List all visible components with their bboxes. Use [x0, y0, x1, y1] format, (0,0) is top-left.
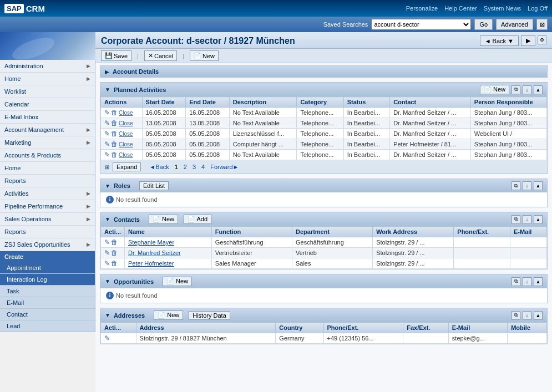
- page-4[interactable]: 4: [200, 164, 206, 170]
- advanced-button[interactable]: Advanced: [496, 19, 533, 30]
- sidebar-create-appointment[interactable]: Appointment: [0, 262, 95, 274]
- page-1[interactable]: 1: [173, 164, 180, 170]
- sidebar-item-home[interactable]: Home ▶: [0, 73, 95, 85]
- collapse-icon[interactable]: ▼: [105, 278, 110, 284]
- sidebar-item-marketing[interactable]: Marketing ▶: [0, 136, 95, 149]
- close-label[interactable]: Close: [119, 152, 133, 158]
- new-button[interactable]: 📄 New: [190, 50, 219, 61]
- edit-icon[interactable]: ✎: [104, 259, 110, 267]
- delete-icon[interactable]: 🗑: [111, 109, 118, 116]
- edit-icon[interactable]: ✎: [104, 109, 110, 116]
- delete-icon[interactable]: 🗑: [111, 140, 118, 148]
- planned-activities-new-button[interactable]: 📄 New: [480, 85, 509, 94]
- collapse-icon[interactable]: ▼: [105, 183, 110, 189]
- sidebar-create-interaction-log[interactable]: Interaction Log: [0, 274, 95, 286]
- sidebar-item-home2[interactable]: Home: [0, 162, 95, 175]
- sidebar-item-zsj-sales[interactable]: ZSJ Sales Opportunities ▶: [0, 238, 95, 251]
- sidebar-item-worklist[interactable]: Worklist: [0, 85, 95, 98]
- collapse-icon[interactable]: ▼: [105, 216, 110, 222]
- delete-icon[interactable]: 🗑: [111, 249, 118, 257]
- delete-icon[interactable]: 🗑: [111, 238, 118, 246]
- delete-icon[interactable]: 🗑: [111, 151, 118, 159]
- contacts-collapse-button[interactable]: ▲: [534, 215, 543, 224]
- help-center-link[interactable]: Help Center: [444, 5, 477, 12]
- create-section-header: Create: [0, 251, 95, 262]
- table-row: ✎ 🗑 Stephanie Mayer Geschäftsführung Ges…: [101, 237, 547, 248]
- sidebar-item-reports2[interactable]: Reports: [0, 226, 95, 238]
- opp-export-button[interactable]: ↓: [523, 277, 531, 286]
- contact-name-cell[interactable]: Peter Hofmeister: [124, 258, 211, 269]
- copy-icon-button[interactable]: ⧉: [512, 85, 520, 94]
- cancel-button[interactable]: ✕ Cancel: [144, 50, 177, 61]
- system-news-link[interactable]: System News: [484, 5, 521, 12]
- sidebar-create-email[interactable]: E-Mail: [0, 297, 95, 309]
- expand-button[interactable]: Expand: [113, 162, 141, 171]
- sidebar-create-lead[interactable]: Lead: [0, 320, 95, 332]
- contact-name-cell[interactable]: Dr. Manfred Seitzer: [124, 248, 211, 258]
- delete-icon[interactable]: 🗑: [111, 130, 118, 138]
- save-button[interactable]: 💾 Save: [101, 50, 131, 61]
- export-icon-button[interactable]: ↓: [523, 85, 531, 94]
- pagination-forward[interactable]: Forward►: [209, 164, 240, 170]
- log-off-link[interactable]: Log Off: [528, 5, 548, 12]
- collapse-icon[interactable]: ▼: [105, 312, 110, 318]
- search-extra-button[interactable]: ⊠: [536, 19, 548, 30]
- page-3[interactable]: 3: [191, 164, 197, 170]
- nav-forward-button[interactable]: ▶: [521, 35, 535, 46]
- close-label[interactable]: Close: [119, 131, 133, 137]
- sidebar-item-activities[interactable]: Activities ▶: [0, 187, 95, 200]
- opportunities-new-button[interactable]: 📄 New: [163, 277, 192, 286]
- settings-icon-button[interactable]: ⚙: [538, 35, 546, 44]
- sidebar-create-task[interactable]: Task: [0, 286, 95, 297]
- sidebar-item-account-management[interactable]: Account Management ▶: [0, 124, 95, 136]
- contacts-export-button[interactable]: ↓: [523, 215, 531, 224]
- back-button[interactable]: ◄ Back ▼: [480, 35, 519, 46]
- sidebar-item-pipeline[interactable]: Pipeline Performance ▶: [0, 200, 95, 213]
- sidebar-create-contact[interactable]: Contact: [0, 309, 95, 320]
- saved-searches-select[interactable]: account d-sector: [371, 19, 471, 30]
- roles-copy-button[interactable]: ⧉: [512, 181, 520, 190]
- addresses-new-button[interactable]: 📄 New: [154, 310, 183, 320]
- edit-icon[interactable]: ✎: [104, 238, 110, 246]
- collapse-icon[interactable]: ▼: [105, 86, 110, 93]
- edit-icon[interactable]: ✎: [104, 334, 110, 342]
- mobile-cell: [508, 333, 547, 344]
- roles-export-button[interactable]: ↓: [523, 181, 531, 190]
- close-label[interactable]: Close: [119, 110, 133, 116]
- opp-copy-button[interactable]: ⧉: [512, 277, 520, 286]
- opp-collapse-button[interactable]: ▲: [534, 277, 543, 286]
- close-label[interactable]: Close: [119, 120, 133, 126]
- person-responsible-cell: Stephan Jung / 803...: [470, 139, 546, 150]
- contacts-copy-button[interactable]: ⧉: [512, 215, 520, 224]
- addr-collapse-button[interactable]: ▲: [534, 311, 543, 320]
- addresses-history-button[interactable]: History Data: [189, 311, 230, 320]
- close-label[interactable]: Close: [119, 141, 133, 147]
- edit-icon[interactable]: ✎: [104, 130, 110, 138]
- sidebar-item-reports1[interactable]: Reports: [0, 175, 95, 187]
- page-2[interactable]: 2: [182, 164, 189, 170]
- personalize-link[interactable]: Personalize: [406, 5, 438, 12]
- addr-copy-button[interactable]: ⧉: [512, 311, 520, 320]
- sidebar-item-sales-ops[interactable]: Sales Operations ▶: [0, 213, 95, 226]
- contact-action-cell: ✎ 🗑: [101, 237, 125, 248]
- collapse-section-button[interactable]: ▲: [534, 85, 543, 94]
- go-button[interactable]: Go: [474, 19, 493, 30]
- delete-icon[interactable]: 🗑: [111, 119, 118, 127]
- edit-icon[interactable]: ✎: [104, 151, 110, 159]
- sidebar-item-email-inbox[interactable]: E-Mail Inbox: [0, 111, 95, 124]
- contacts-new-button[interactable]: 📄 New: [149, 215, 178, 224]
- edit-icon[interactable]: ✎: [104, 140, 110, 148]
- edit-list-button[interactable]: Edit List: [139, 181, 169, 190]
- contacts-add-button[interactable]: 📄 Add: [184, 215, 211, 224]
- contact-name-cell[interactable]: Stephanie Mayer: [124, 237, 211, 248]
- sidebar-item-administration[interactable]: Administration ▶: [0, 60, 95, 73]
- sidebar-item-accounts-products[interactable]: Accounts & Products: [0, 149, 95, 162]
- sidebar-item-calendar[interactable]: Calendar: [0, 98, 95, 111]
- roles-collapse-button[interactable]: ▲: [534, 181, 543, 190]
- edit-icon[interactable]: ✎: [104, 249, 110, 257]
- delete-icon[interactable]: 🗑: [111, 259, 118, 267]
- pagination-back[interactable]: ◄Back: [148, 164, 170, 170]
- account-details-header[interactable]: ▶ Account Details: [100, 66, 547, 77]
- edit-icon[interactable]: ✎: [104, 119, 110, 127]
- addr-export-button[interactable]: ↓: [523, 311, 531, 320]
